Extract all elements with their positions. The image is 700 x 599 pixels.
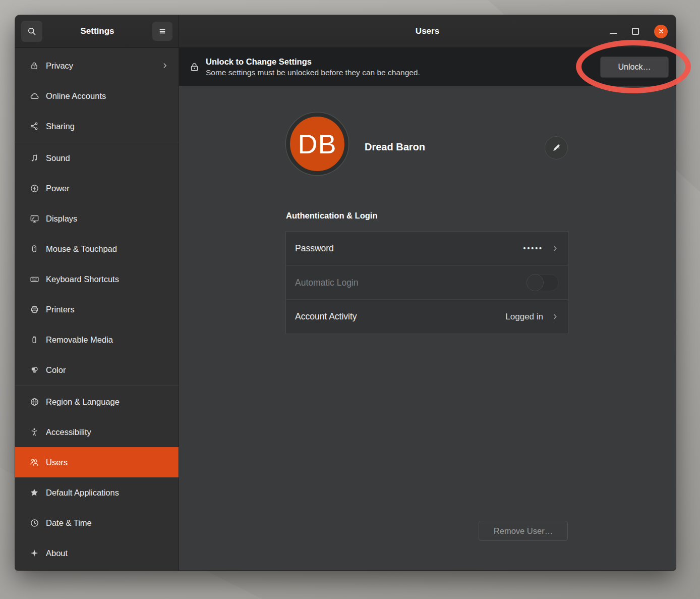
sparkle-icon: [29, 548, 39, 558]
settings-window: Settings Users: [15, 15, 676, 570]
hamburger-menu-icon: [158, 27, 167, 36]
mouse-icon: [29, 244, 39, 254]
sidebar-item-sound[interactable]: Sound: [15, 143, 179, 173]
sidebar-item-date-time[interactable]: Date & Time: [15, 508, 179, 538]
password-dots: •••••: [523, 244, 543, 252]
main-header: Users: [179, 15, 676, 47]
accessibility-icon: [29, 427, 39, 437]
user-full-name: Dread Baron: [365, 141, 425, 153]
chevron-right-icon: [551, 313, 559, 320]
sidebar-separator: [15, 386, 179, 386]
users-panel: Unlock to Change Settings Some settings …: [179, 48, 676, 570]
search-icon: [27, 26, 37, 36]
sidebar-item-mouse-touchpad[interactable]: Mouse & Touchpad: [15, 234, 179, 264]
chevron-right-icon: [161, 62, 168, 69]
sidebar-item-region-language[interactable]: Region & Language: [15, 387, 179, 417]
globe-icon: [29, 397, 39, 407]
banner-lock-icon: [189, 61, 200, 73]
sidebar-item-label: Removable Media: [46, 335, 113, 345]
sidebar-separator: [15, 142, 179, 142]
sidebar-item-label: Mouse & Touchpad: [46, 244, 117, 254]
sidebar-item-label: Online Accounts: [46, 91, 106, 101]
automatic-login-control: [527, 274, 559, 291]
sidebar-item-label: Keyboard Shortcuts: [46, 275, 119, 284]
sidebar-item-label: Printers: [46, 305, 75, 314]
sidebar-item-removable-media[interactable]: Removable Media: [15, 324, 179, 355]
window-controls: [610, 15, 668, 47]
removable-media-icon: [29, 335, 39, 345]
sidebar-item-default-applications[interactable]: Default Applications: [15, 477, 179, 508]
sidebar: Privacy Online Accounts Sharing Sound Po…: [15, 48, 179, 570]
clock-icon: [29, 518, 39, 528]
sidebar-item-online-accounts[interactable]: Online Accounts: [15, 81, 179, 111]
account-activity-value: Logged in: [505, 312, 543, 322]
sidebar-item-label: Sound: [46, 153, 70, 163]
page-title: Users: [416, 26, 439, 36]
lock-icon: [29, 61, 39, 71]
edit-name-button[interactable]: [545, 136, 568, 159]
account-activity-value-group: Logged in: [505, 312, 559, 322]
sidebar-item-label: Default Applications: [46, 488, 119, 498]
close-icon: [658, 28, 665, 35]
share-icon: [29, 121, 39, 131]
account-activity-label: Account Activity: [295, 311, 357, 322]
chevron-right-icon: [551, 245, 559, 252]
sidebar-item-label: Power: [46, 184, 70, 193]
music-note-icon: [29, 153, 39, 163]
minimize-button[interactable]: [610, 33, 617, 34]
account-activity-row[interactable]: Account Activity Logged in: [286, 299, 568, 334]
sidebar-item-color[interactable]: Color: [15, 355, 179, 385]
power-icon: [29, 183, 39, 193]
color-icon: [29, 365, 39, 375]
sidebar-item-label: Displays: [46, 214, 77, 224]
banner-text: Unlock to Change Settings Some settings …: [206, 57, 420, 77]
sidebar-item-about[interactable]: About: [15, 538, 179, 568]
automatic-login-toggle[interactable]: [527, 274, 559, 291]
sidebar-item-printers[interactable]: Printers: [15, 294, 179, 324]
sidebar-item-label: Color: [46, 365, 66, 375]
sidebar-item-power[interactable]: Power: [15, 173, 179, 203]
sidebar-item-label: Date & Time: [46, 518, 92, 528]
window-body: Privacy Online Accounts Sharing Sound Po…: [15, 48, 676, 570]
banner-title: Unlock to Change Settings: [206, 57, 420, 67]
star-icon: [29, 487, 39, 498]
search-button[interactable]: [21, 21, 42, 42]
automatic-login-label: Automatic Login: [295, 278, 359, 288]
auth-section-heading: Authentication & Login: [286, 211, 377, 221]
users-content: DB Dread Baron Authentication & Login Pa…: [179, 86, 676, 570]
password-row[interactable]: Password •••••: [286, 232, 568, 265]
automatic-login-row: Automatic Login: [286, 265, 568, 300]
sidebar-item-label: About: [46, 549, 68, 558]
menu-button[interactable]: [152, 22, 172, 41]
maximize-button[interactable]: [632, 28, 639, 35]
auth-settings-group: Password ••••• Automatic Login Accou: [285, 231, 568, 334]
sidebar-item-displays[interactable]: Displays: [15, 203, 179, 234]
sidebar-item-privacy[interactable]: Privacy: [15, 50, 179, 81]
unlock-button[interactable]: Unlock…: [600, 57, 669, 78]
users-icon: [29, 457, 39, 467]
sidebar-header: Settings: [15, 15, 179, 47]
cloud-icon: [29, 91, 39, 101]
sidebar-title: Settings: [42, 26, 152, 36]
display-icon: [29, 213, 39, 224]
sidebar-item-label: Accessibility: [46, 427, 91, 437]
sidebar-item-label: Region & Language: [46, 397, 120, 407]
close-button[interactable]: [654, 25, 668, 38]
sidebar-item-sharing[interactable]: Sharing: [15, 111, 179, 141]
password-value-group: •••••: [523, 244, 559, 252]
sidebar-item-label: Privacy: [46, 61, 73, 71]
remove-user-button[interactable]: Remove User…: [479, 521, 568, 541]
sidebar-item-label: Users: [46, 458, 68, 467]
toggle-knob: [527, 274, 544, 291]
sidebar-item-keyboard-shortcuts[interactable]: Keyboard Shortcuts: [15, 264, 179, 294]
keyboard-icon: [29, 274, 39, 284]
avatar[interactable]: DB: [286, 113, 348, 175]
sidebar-item-users[interactable]: Users: [15, 447, 179, 477]
printer-icon: [29, 304, 39, 314]
banner-subtitle: Some settings must be unlocked before th…: [206, 68, 420, 77]
pencil-icon: [551, 143, 561, 153]
sidebar-item-accessibility[interactable]: Accessibility: [15, 417, 179, 447]
sidebar-item-label: Sharing: [46, 122, 75, 131]
titlebar: Settings Users: [15, 15, 676, 48]
password-label: Password: [295, 243, 334, 254]
